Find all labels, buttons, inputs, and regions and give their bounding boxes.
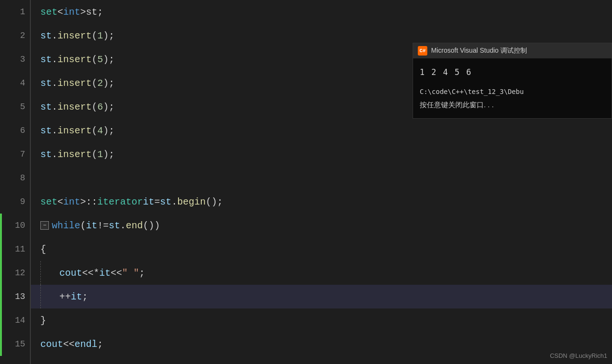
line-number: 13	[0, 285, 30, 308]
token-fn: end	[126, 220, 143, 231]
token-var: st	[40, 149, 52, 160]
code-line: }	[40, 308, 612, 332]
debug-icon: C#	[418, 46, 427, 56]
green-bar	[0, 237, 2, 261]
line-number: 1	[0, 0, 30, 24]
token-kw: while	[52, 220, 80, 231]
token-op: =	[154, 196, 160, 207]
token-punct: <	[57, 196, 63, 207]
code-line: cout << endl;	[40, 332, 612, 356]
line-number-row: 15	[0, 332, 30, 356]
token-var: it	[71, 291, 82, 302]
token-punct: );	[103, 30, 114, 41]
debug-title: Microsoft Visual Studio 调试控制	[431, 47, 527, 55]
token-punct: );	[103, 125, 114, 136]
token-op: ++	[59, 291, 71, 302]
token-punct: ;	[139, 268, 145, 279]
line-number: 15	[0, 332, 30, 356]
line-number: 6	[0, 119, 30, 142]
token-punct: (	[92, 149, 97, 160]
green-bar	[0, 308, 2, 332]
token-var: cout	[40, 339, 63, 350]
token-punct: ())	[143, 220, 160, 231]
code-line: −while (it != st.end())	[40, 214, 612, 237]
token-op: <<	[111, 268, 122, 279]
token-kw: int	[63, 7, 80, 18]
token-punct: );	[103, 149, 114, 160]
token-var: it	[99, 268, 111, 279]
token-var: st	[160, 196, 171, 207]
line-number: 9	[0, 190, 30, 214]
line-numbers: 123456789101112131415	[0, 0, 31, 364]
token-punct: .	[52, 149, 57, 160]
token-punct: );	[103, 78, 114, 89]
token-punct: .	[52, 30, 57, 41]
line-number: 10	[0, 214, 30, 237]
line-number-row: 3	[0, 47, 30, 71]
token-op: !=	[97, 220, 109, 231]
debug-content: 1 2 4 5 6 C:\code\C++\test_12_3\Debu 按任意…	[413, 58, 612, 118]
token-punct: >	[80, 7, 86, 18]
token-punct: .	[52, 54, 57, 65]
line-number-row: 12	[0, 261, 30, 285]
line-number-row: 6	[0, 119, 30, 142]
line-number-row: 13	[0, 285, 30, 308]
token-num: 2	[97, 78, 103, 89]
token-punct: ;	[82, 291, 88, 302]
debug-icon-text: C#	[419, 48, 425, 54]
token-plain: {	[40, 244, 46, 255]
indent-guide	[40, 261, 41, 285]
token-punct: .	[52, 125, 57, 136]
token-op: <<	[82, 268, 94, 279]
token-punct: >::	[80, 196, 97, 207]
token-punct: (	[92, 30, 97, 41]
token-punct: );	[103, 54, 114, 65]
token-punct: (	[92, 54, 97, 65]
token-fn: insert	[57, 149, 92, 160]
debug-output-numbers: 1 2 4 5 6	[420, 66, 605, 79]
code-line: st.insert(1);	[40, 142, 612, 166]
token-punct: (	[92, 125, 97, 136]
token-var: st	[40, 78, 52, 89]
token-plain: st;	[86, 7, 103, 18]
token-punct: .	[52, 78, 57, 89]
token-punct: .	[171, 196, 177, 207]
code-line: cout << *it << " ";	[40, 261, 612, 285]
green-bar	[0, 332, 2, 356]
token-punct: ();	[206, 196, 223, 207]
token-var: st	[40, 30, 52, 41]
line-number-row: 9	[0, 190, 30, 214]
line-number: 7	[0, 142, 30, 166]
indent-guide	[40, 285, 41, 308]
token-fn: insert	[57, 54, 92, 65]
token-num: 1	[97, 149, 103, 160]
token-var: st	[40, 102, 52, 112]
line-number: 2	[0, 24, 30, 47]
token-kw: int	[63, 196, 80, 207]
line-number: 11	[0, 237, 30, 261]
debug-titlebar: C# Microsoft Visual Studio 调试控制	[413, 43, 612, 58]
token-fn: insert	[57, 125, 92, 136]
token-op: <<	[63, 339, 75, 350]
line-number-row: 10	[0, 214, 30, 237]
token-str: " "	[122, 268, 139, 279]
code-line: set<int> st;	[40, 0, 612, 24]
token-fn: begin	[177, 196, 206, 207]
token-num: 1	[97, 30, 103, 41]
token-fn: insert	[57, 102, 92, 112]
line-number: 14	[0, 308, 30, 332]
token-punct: <	[57, 7, 63, 18]
token-var: it	[86, 220, 97, 231]
token-type: set	[40, 7, 57, 18]
line-number-row: 4	[0, 71, 30, 95]
token-punct: ;	[97, 339, 103, 350]
line-number-row: 1	[0, 0, 30, 24]
code-line: ++it;	[31, 285, 612, 308]
collapse-button[interactable]: −	[40, 221, 49, 230]
line-number: 12	[0, 261, 30, 285]
code-line: {	[40, 237, 612, 261]
token-plain: (	[80, 220, 86, 231]
token-var: it	[143, 196, 154, 207]
green-bar	[0, 285, 2, 308]
line-number-row: 8	[0, 166, 30, 190]
